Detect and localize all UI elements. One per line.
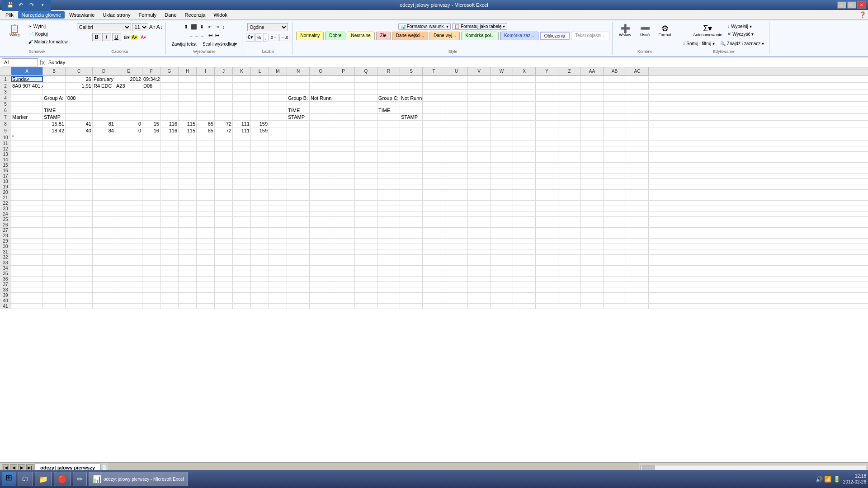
cell-R3[interactable] xyxy=(377,89,400,94)
cell-F16[interactable] xyxy=(142,168,160,173)
cell-Z41[interactable] xyxy=(558,304,581,309)
cell-I7[interactable] xyxy=(197,114,215,120)
cell-F26[interactable] xyxy=(142,222,160,227)
cell-I15[interactable] xyxy=(197,163,215,168)
cell-H21[interactable] xyxy=(179,195,197,200)
cell-J25[interactable] xyxy=(215,217,233,222)
cell-AC19[interactable] xyxy=(626,184,649,189)
cell-C33[interactable] xyxy=(66,260,93,265)
bold-button[interactable]: B xyxy=(92,33,101,41)
cell-E36[interactable] xyxy=(115,277,142,282)
cell-AB24[interactable] xyxy=(604,211,626,216)
cell-K11[interactable] xyxy=(233,141,251,146)
cell-U29[interactable] xyxy=(445,239,468,244)
cell-H28[interactable] xyxy=(179,233,197,238)
cell-D24[interactable] xyxy=(93,211,115,216)
cell-N37[interactable] xyxy=(287,282,310,287)
cell-K15[interactable] xyxy=(233,163,251,168)
cell-B31[interactable] xyxy=(43,249,66,254)
cell-Z32[interactable] xyxy=(558,255,581,260)
cell-G26[interactable] xyxy=(160,222,179,227)
cell-W23[interactable] xyxy=(491,206,513,211)
cell-A27[interactable] xyxy=(11,228,43,233)
cell-O31[interactable] xyxy=(310,249,332,254)
cell-R9[interactable] xyxy=(377,127,400,134)
menu-plik[interactable]: Plik xyxy=(2,11,17,19)
cell-AA29[interactable] xyxy=(581,239,604,244)
cell-X41[interactable] xyxy=(513,304,536,309)
cell-R21[interactable] xyxy=(377,195,400,200)
cell-L7[interactable] xyxy=(251,114,269,120)
cell-X32[interactable] xyxy=(513,255,536,260)
col-header-C[interactable]: C xyxy=(66,67,93,75)
cell-R19[interactable] xyxy=(377,184,400,189)
cell-S23[interactable] xyxy=(400,206,423,211)
cell-U34[interactable] xyxy=(445,266,468,271)
cell-N22[interactable] xyxy=(287,201,310,206)
cell-AB22[interactable] xyxy=(604,201,626,206)
cell-P21[interactable] xyxy=(332,195,355,200)
cell-Y6[interactable] xyxy=(536,107,558,113)
cell-B35[interactable] xyxy=(43,271,66,276)
insert-button[interactable]: ➕ Wstaw xyxy=(616,23,634,38)
col-header-R[interactable]: R xyxy=(377,67,400,75)
cell-N31[interactable] xyxy=(287,249,310,254)
cell-O27[interactable] xyxy=(310,228,332,233)
cell-AB39[interactable] xyxy=(604,293,626,298)
cell-M6[interactable] xyxy=(269,107,287,113)
cell-J34[interactable] xyxy=(215,266,233,271)
cell-W38[interactable] xyxy=(491,287,513,292)
cell-M8[interactable] xyxy=(269,121,287,127)
taskbar-app-editor[interactable]: ✏ xyxy=(73,472,87,486)
cell-K25[interactable] xyxy=(233,217,251,222)
cell-Z34[interactable] xyxy=(558,266,581,271)
cell-O6[interactable] xyxy=(310,107,332,113)
taskbar-app-folder[interactable]: 📁 xyxy=(35,472,52,486)
cell-M33[interactable] xyxy=(269,260,287,265)
cell-X15[interactable] xyxy=(513,163,536,168)
cell-AC40[interactable] xyxy=(626,298,649,303)
cell-E37[interactable] xyxy=(115,282,142,287)
indent-icon[interactable]: ⇤ xyxy=(208,23,213,31)
cell-L36[interactable] xyxy=(251,277,269,282)
menu-recenzja[interactable]: Recenzja xyxy=(181,11,209,19)
cell-C12[interactable] xyxy=(66,146,93,151)
cell-F8[interactable]: 15 xyxy=(142,121,160,127)
cell-AB11[interactable] xyxy=(604,141,626,146)
cell-AA22[interactable] xyxy=(581,201,604,206)
cell-I25[interactable] xyxy=(197,217,215,222)
cell-U30[interactable] xyxy=(445,244,468,249)
cell-G16[interactable] xyxy=(160,168,179,173)
cell-F7[interactable] xyxy=(142,114,160,120)
cell-K21[interactable] xyxy=(233,195,251,200)
row-header-32[interactable]: 32 xyxy=(0,255,11,260)
cell-L31[interactable] xyxy=(251,249,269,254)
cell-W25[interactable] xyxy=(491,217,513,222)
cell-X39[interactable] xyxy=(513,293,536,298)
cell-Y26[interactable] xyxy=(536,222,558,227)
name-box[interactable] xyxy=(2,58,38,66)
cell-Y33[interactable] xyxy=(536,260,558,265)
cell-O10[interactable] xyxy=(310,134,332,141)
cell-R1[interactable] xyxy=(377,76,400,82)
cell-R12[interactable] xyxy=(377,146,400,151)
cell-D6[interactable] xyxy=(93,107,115,113)
copy-button[interactable]: 📄 Kopiuj xyxy=(26,31,70,38)
cell-C15[interactable] xyxy=(66,163,93,168)
cell-AC16[interactable] xyxy=(626,168,649,173)
cell-S30[interactable] xyxy=(400,244,423,249)
cell-AA19[interactable] xyxy=(581,184,604,189)
cell-P4[interactable] xyxy=(332,95,355,101)
cell-V27[interactable] xyxy=(468,228,491,233)
cell-T5[interactable] xyxy=(423,102,445,107)
cell-P1[interactable] xyxy=(332,76,355,82)
col-header-L[interactable]: L xyxy=(251,67,269,75)
cell-W29[interactable] xyxy=(491,239,513,244)
cell-H16[interactable] xyxy=(179,168,197,173)
cell-W14[interactable] xyxy=(491,157,513,162)
cell-D14[interactable] xyxy=(93,157,115,162)
cell-X19[interactable] xyxy=(513,184,536,189)
cell-B7[interactable]: STAMP xyxy=(43,114,66,120)
cell-K20[interactable] xyxy=(233,190,251,195)
cell-X10[interactable] xyxy=(513,134,536,141)
